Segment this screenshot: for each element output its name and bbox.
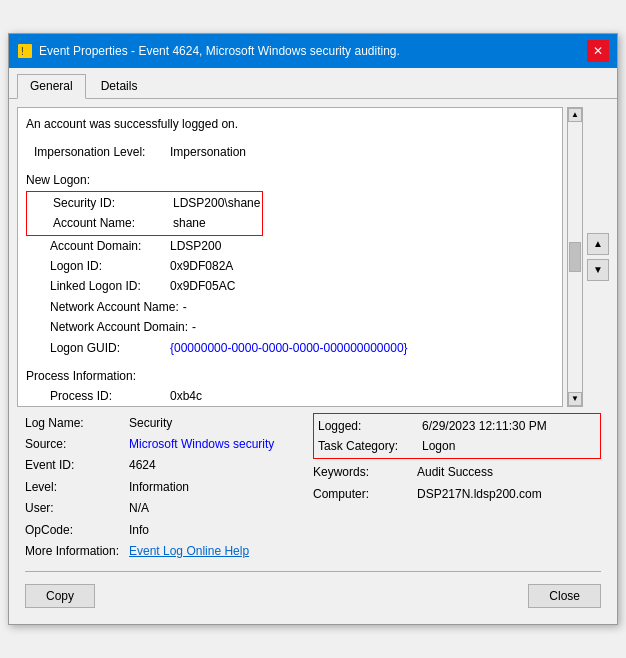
task-category-value: Logon: [422, 436, 455, 456]
meta-section: Log Name: Security Source: Microsoft Win…: [17, 407, 609, 568]
log-name-value: Security: [129, 413, 172, 433]
scroll-down-button[interactable]: ▼: [568, 392, 582, 406]
source-row: Source: Microsoft Windows security: [25, 434, 313, 454]
event-properties-window: ! Event Properties - Event 4624, Microso…: [8, 33, 618, 626]
scroll-down-nav-button[interactable]: ▼: [587, 259, 609, 281]
logon-id-label: Logon ID:: [26, 256, 166, 276]
process-id-row: Process ID: 0xb4c: [26, 386, 554, 406]
account-domain-row: Account Domain: LDSP200: [26, 236, 554, 256]
task-category-row: Task Category: Logon: [318, 436, 596, 456]
opcode-label: OpCode:: [25, 520, 125, 540]
level-row: Level: Information: [25, 477, 313, 497]
process-id-label: Process ID:: [26, 386, 166, 406]
scroll-up-nav-button[interactable]: ▲: [587, 233, 609, 255]
user-value: N/A: [129, 498, 149, 518]
event-log-online-help-link[interactable]: Event Log Online Help: [129, 541, 249, 561]
computer-value: DSP217N.ldsp200.com: [417, 484, 542, 504]
linked-logon-id-label: Linked Logon ID:: [26, 276, 166, 296]
logged-value: 6/29/2023 12:11:30 PM: [422, 416, 547, 436]
event-id-label: Event ID:: [25, 455, 125, 475]
keywords-label: Keywords:: [313, 462, 413, 482]
user-label: User:: [25, 498, 125, 518]
logon-id-row: Logon ID: 0x9DF082A: [26, 256, 554, 276]
meta-right-col: Logged: 6/29/2023 12:11:30 PM Task Categ…: [313, 413, 601, 562]
impersonation-label: Impersonation Level:: [26, 142, 166, 162]
network-account-name-label: Network Account Name:: [26, 297, 179, 317]
opcode-row: OpCode: Info: [25, 520, 313, 540]
security-id-label: Security ID:: [29, 193, 169, 213]
linked-logon-id-row: Linked Logon ID: 0x9DF05AC: [26, 276, 554, 296]
copy-button[interactable]: Copy: [25, 584, 95, 608]
more-info-label: More Information:: [25, 541, 125, 561]
computer-label: Computer:: [313, 484, 413, 504]
content-area: An account was successfully logged on. I…: [9, 99, 617, 625]
account-name-value: shane: [173, 213, 206, 233]
tab-general[interactable]: General: [17, 74, 86, 99]
svg-text:!: !: [21, 46, 24, 57]
tab-bar: General Details: [9, 68, 617, 99]
event-id-row: Event ID: 4624: [25, 455, 313, 475]
account-domain-label: Account Domain:: [26, 236, 166, 256]
log-name-label: Log Name:: [25, 413, 125, 433]
security-id-value: LDSP200\shane: [173, 193, 260, 213]
event-description: An account was successfully logged on. I…: [26, 114, 554, 407]
scrollbar[interactable]: ▲ ▼: [567, 107, 583, 407]
opcode-value: Info: [129, 520, 149, 540]
scrollbar-thumb: [569, 242, 581, 272]
highlight-right-box: Logged: 6/29/2023 12:11:30 PM Task Categ…: [313, 413, 601, 460]
level-label: Level:: [25, 477, 125, 497]
network-account-domain-row: Network Account Domain: -: [26, 317, 554, 337]
logon-guid-label: Logon GUID:: [26, 338, 166, 358]
event-id-value: 4624: [129, 455, 156, 475]
logon-guid-row: Logon GUID: {00000000-0000-0000-0000-000…: [26, 338, 554, 358]
impersonation-value: Impersonation: [170, 142, 246, 162]
keywords-value: Audit Success: [417, 462, 493, 482]
computer-row: Computer: DSP217N.ldsp200.com: [313, 484, 601, 504]
bottom-bar: Copy Close: [17, 576, 609, 616]
account-domain-value: LDSP200: [170, 236, 221, 256]
meta-left-col: Log Name: Security Source: Microsoft Win…: [25, 413, 313, 562]
linked-logon-id-value: 0x9DF05AC: [170, 276, 235, 296]
logon-id-value: 0x9DF082A: [170, 256, 233, 276]
source-value: Microsoft Windows security: [129, 434, 274, 454]
logged-label: Logged:: [318, 416, 418, 436]
new-logon-header: New Logon:: [26, 170, 554, 190]
title-bar: ! Event Properties - Event 4624, Microso…: [9, 34, 617, 68]
close-button[interactable]: Close: [528, 584, 601, 608]
process-info-header: Process Information:: [26, 366, 554, 386]
logon-guid-value: {00000000-0000-0000-0000-000000000000}: [170, 338, 408, 358]
network-account-domain-label: Network Account Domain:: [26, 317, 188, 337]
task-category-label: Task Category:: [318, 436, 418, 456]
network-account-name-row: Network Account Name: -: [26, 297, 554, 317]
source-label: Source:: [25, 434, 125, 454]
account-name-row: Account Name: shane: [29, 213, 260, 233]
account-name-label: Account Name:: [29, 213, 169, 233]
network-account-domain-value: -: [192, 317, 196, 337]
meta-grid: Log Name: Security Source: Microsoft Win…: [25, 413, 601, 562]
window-title: Event Properties - Event 4624, Microsoft…: [39, 44, 400, 58]
logged-row: Logged: 6/29/2023 12:11:30 PM: [318, 416, 596, 436]
highlight-box: Security ID: LDSP200\shane Account Name:…: [26, 191, 263, 236]
intro-text: An account was successfully logged on.: [26, 114, 554, 134]
info-row: Impersonation Level: Impersonation: [26, 142, 554, 162]
tab-details[interactable]: Details: [88, 74, 151, 98]
bottom-divider: [25, 571, 601, 572]
nav-buttons: ▲ ▼: [587, 107, 609, 407]
keywords-row: Keywords: Audit Success: [313, 462, 601, 482]
more-info-row: More Information: Event Log Online Help: [25, 541, 313, 561]
security-id-row: Security ID: LDSP200\shane: [29, 193, 260, 213]
process-id-value: 0xb4c: [170, 386, 202, 406]
network-account-name-value: -: [183, 297, 187, 317]
user-row: User: N/A: [25, 498, 313, 518]
window-icon: !: [17, 43, 33, 59]
close-window-button[interactable]: ✕: [587, 40, 609, 62]
scroll-area-wrapper: An account was successfully logged on. I…: [17, 107, 609, 407]
log-name-row: Log Name: Security: [25, 413, 313, 433]
scroll-up-button[interactable]: ▲: [568, 108, 582, 122]
level-value: Information: [129, 477, 189, 497]
event-detail-scroll[interactable]: An account was successfully logged on. I…: [17, 107, 563, 407]
